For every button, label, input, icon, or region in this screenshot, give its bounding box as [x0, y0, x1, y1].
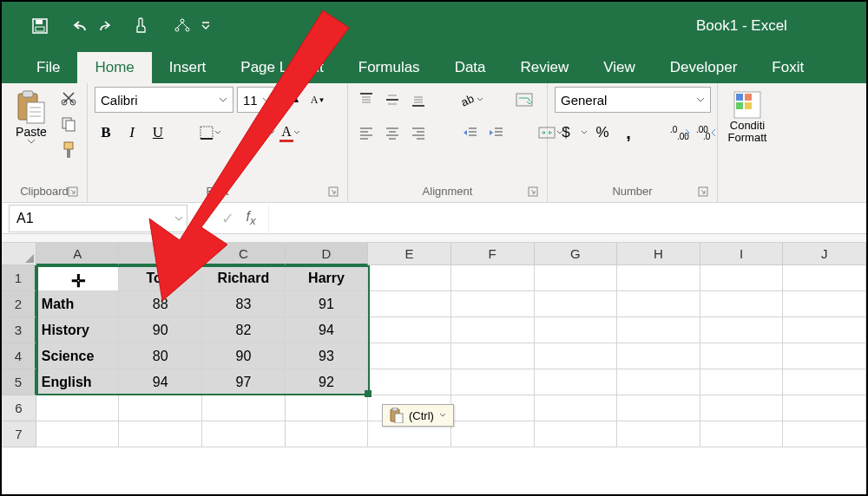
cell-E4[interactable]	[368, 343, 451, 369]
tab-foxit[interactable]: Foxit	[754, 52, 821, 83]
align-middle-icon[interactable]	[381, 87, 404, 113]
cell-D4[interactable]: 93	[286, 343, 369, 369]
cell-G3[interactable]	[535, 317, 618, 343]
cell-A2[interactable]: Math	[36, 291, 120, 317]
cell-H7[interactable]	[617, 421, 700, 447]
wrap-text-icon[interactable]	[513, 87, 536, 113]
cell-I3[interactable]	[700, 317, 784, 343]
cell-A7[interactable]	[36, 421, 120, 447]
cell-C6[interactable]	[202, 395, 286, 421]
cell-A4[interactable]: Science	[36, 343, 120, 369]
cell-E1[interactable]	[368, 265, 451, 291]
cell-I5[interactable]	[700, 369, 784, 395]
cell-D6[interactable]	[286, 395, 369, 421]
cell-E5[interactable]	[368, 369, 451, 395]
col-header-F[interactable]: F	[451, 243, 535, 265]
align-left-icon[interactable]	[355, 120, 378, 146]
col-header-J[interactable]: J	[783, 243, 866, 265]
cell-F1[interactable]	[451, 265, 535, 291]
cell-F6[interactable]	[451, 395, 535, 421]
row-header-4[interactable]: 4	[2, 343, 36, 369]
borders-icon[interactable]	[199, 120, 221, 146]
decrease-indent-icon[interactable]	[459, 120, 482, 146]
dialog-launcher-icon[interactable]	[528, 186, 538, 197]
cell-I6[interactable]	[700, 395, 784, 421]
cell-B3[interactable]: 90	[119, 317, 202, 343]
copy-icon[interactable]	[57, 113, 80, 135]
cell-B4[interactable]: 80	[119, 343, 202, 369]
cell-H3[interactable]	[617, 317, 700, 343]
cell-G5[interactable]	[535, 369, 618, 395]
cell-J6[interactable]	[783, 395, 866, 421]
tab-home[interactable]: Home	[77, 52, 151, 83]
name-box[interactable]: A1	[9, 205, 187, 232]
cell-C3[interactable]: 82	[202, 317, 286, 343]
cell-H5[interactable]	[617, 369, 700, 395]
tab-page-layout[interactable]: Page Layout	[223, 52, 340, 83]
percent-format-icon[interactable]: %	[591, 120, 614, 146]
font-name-combo[interactable]: Calibri	[95, 87, 233, 113]
format-painter-icon[interactable]	[57, 139, 80, 161]
dialog-launcher-icon[interactable]	[328, 186, 339, 197]
increase-decimal-icon[interactable]: .0.00	[669, 120, 692, 146]
tab-data[interactable]: Data	[437, 52, 503, 83]
conditional-formatting-button[interactable]: ConditiFormatt	[725, 87, 770, 148]
cell-G2[interactable]	[535, 291, 618, 317]
cell-D5[interactable]: 92	[286, 369, 369, 395]
row-header-1[interactable]: 1	[2, 265, 36, 291]
col-header-A[interactable]: A	[36, 243, 120, 265]
row-header-2[interactable]: 2	[2, 291, 36, 317]
cell-C7[interactable]	[202, 421, 286, 447]
cell-J1[interactable]	[783, 265, 866, 291]
cell-I1[interactable]	[700, 265, 784, 291]
cell-F5[interactable]	[451, 369, 535, 395]
cell-C5[interactable]: 97	[202, 369, 286, 395]
cell-A5[interactable]: English	[36, 369, 120, 395]
align-center-icon[interactable]	[381, 120, 404, 146]
col-header-D[interactable]: D	[286, 243, 369, 265]
cell-B6[interactable]	[119, 395, 202, 421]
cell-B2[interactable]: 88	[119, 291, 202, 317]
cell-I2[interactable]	[700, 291, 784, 317]
bold-button[interactable]: B	[95, 120, 117, 146]
cell-C1[interactable]: Richard	[202, 265, 286, 291]
decrease-decimal-icon[interactable]: .00.0	[695, 120, 718, 146]
tab-formulas[interactable]: Formulas	[341, 52, 437, 83]
cell-G1[interactable]	[535, 265, 618, 291]
dialog-launcher-icon[interactable]	[68, 186, 78, 197]
dialog-launcher-icon[interactable]	[698, 186, 708, 197]
cell-C4[interactable]: 90	[202, 343, 286, 369]
increase-indent-icon[interactable]	[485, 120, 508, 146]
col-header-G[interactable]: G	[535, 243, 618, 265]
tab-review[interactable]: Review	[503, 52, 587, 83]
row-header-3[interactable]: 3	[2, 317, 36, 343]
tab-insert[interactable]: Insert	[152, 52, 224, 83]
col-header-C[interactable]: C	[202, 243, 286, 265]
touch-mode-icon[interactable]	[127, 12, 155, 40]
row-header-7[interactable]: 7	[2, 421, 36, 447]
redo-icon[interactable]	[97, 12, 113, 40]
fx-icon[interactable]: fx	[247, 209, 256, 227]
cell-D7[interactable]	[286, 421, 369, 447]
cell-H4[interactable]	[617, 343, 700, 369]
cut-icon[interactable]	[57, 87, 80, 109]
paste-button[interactable]: Paste	[9, 87, 54, 147]
decrease-font-icon[interactable]: A▼	[306, 87, 329, 113]
share-icon[interactable]	[168, 12, 196, 40]
cell-E3[interactable]	[368, 317, 451, 343]
tab-view[interactable]: View	[586, 52, 653, 83]
orientation-icon[interactable]: ab	[459, 87, 483, 113]
select-all-corner[interactable]	[2, 243, 36, 265]
tab-file[interactable]: File	[19, 52, 77, 83]
col-header-H[interactable]: H	[617, 243, 700, 265]
cell-J5[interactable]	[783, 369, 866, 395]
cell-D1[interactable]: Harry	[286, 265, 369, 291]
cell-I4[interactable]	[700, 343, 784, 369]
cell-I7[interactable]	[700, 421, 784, 447]
font-size-combo[interactable]: 11	[237, 87, 277, 113]
cell-F2[interactable]	[451, 291, 535, 317]
cell-H2[interactable]	[617, 291, 700, 317]
italic-button[interactable]: I	[121, 120, 143, 146]
font-color-icon[interactable]: A	[279, 120, 301, 146]
fill-color-icon[interactable]	[251, 120, 275, 146]
